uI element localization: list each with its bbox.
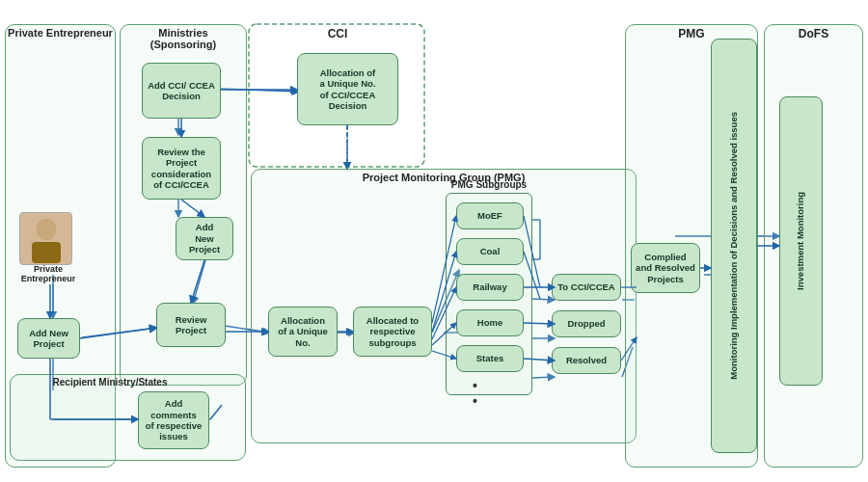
col-recipient-ministry-label: Recipient Ministry/States [14, 377, 206, 388]
col-private-entrepreneur-label: Private Entrepreneur [5, 27, 116, 39]
resolved-box: Resolved [552, 347, 621, 374]
to-cci-ccea-box: To CCI/CCEA [552, 274, 621, 301]
states-box: States [456, 345, 524, 372]
pmg-subgroups-label: PMG Subgroups [446, 179, 532, 190]
complied-resolved-box: Compliedand ResolvedProjects [631, 243, 700, 293]
private-entrepreneur-avatar [19, 212, 72, 265]
add-new-project-left-box[interactable]: Add NewProject [17, 318, 80, 359]
svg-point-30 [37, 219, 56, 240]
review-project-box[interactable]: ReviewProject [156, 303, 226, 347]
col-cci-label: CCI [251, 27, 424, 40]
svg-rect-29 [32, 242, 61, 263]
allocated-subgroups-box: Allocated torespectivesubgroups [353, 307, 432, 357]
home-box: Home [456, 309, 524, 336]
add-cci-ccea-box: Add CCI/ CCEA Decision [142, 63, 221, 119]
col-pmg-label: Project Monitoring Group (PMG) [251, 172, 637, 183]
dots-indicator: •• [473, 378, 477, 409]
col-dofs-label: DoFS [764, 27, 863, 40]
add-new-project-ministries-box[interactable]: AddNewProject [176, 217, 233, 260]
moef-box: MoEF [456, 202, 524, 229]
investment-monitoring-box: Investment Monitoring [779, 96, 823, 386]
dropped-box: Dropped [552, 310, 621, 337]
private-entrepreneur-text: PrivateEntrepreneur [12, 264, 85, 283]
diagram: Private Entrepreneur Ministries(Sponsori… [0, 0, 868, 482]
allocation-unique-cci-box: Allocation ofa Unique No.of CCI/CCEADeci… [297, 53, 398, 125]
railway-box: Railway [456, 274, 524, 301]
review-project-ccea-box: Review theProjectconsiderationof CCI/CCE… [142, 137, 221, 200]
coal-box: Coal [456, 238, 524, 265]
monitoring-implementation-box: Monitoring Implementation of Decisions a… [711, 39, 757, 453]
col-ministries-label: Ministries(Sponsoring) [120, 27, 247, 50]
add-comments-box[interactable]: Addcommentsof respectiveissues [138, 391, 209, 449]
allocation-unique-no-box: Allocationof a UniqueNo. [268, 307, 338, 357]
